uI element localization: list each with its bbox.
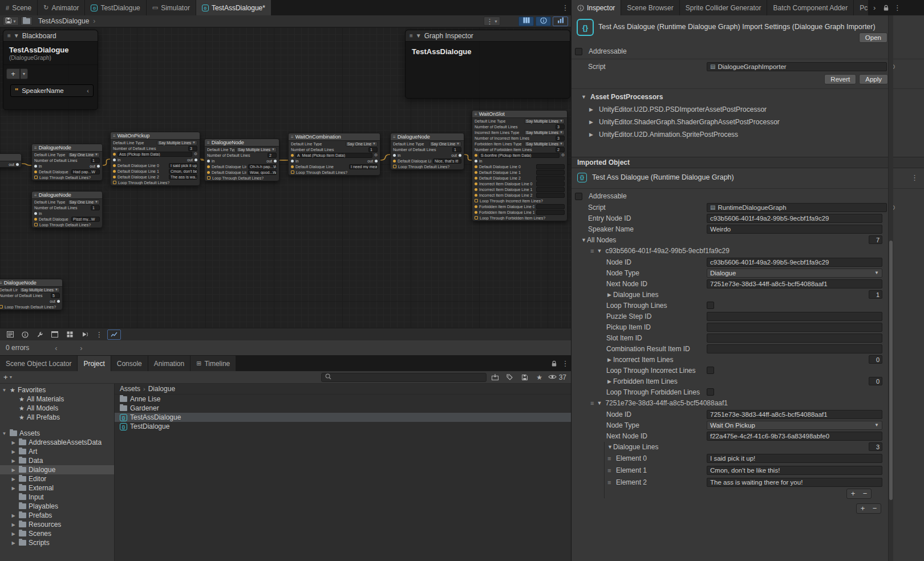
port-icon[interactable] (475, 154, 477, 157)
node-value-field[interactable]: 2 (556, 147, 565, 152)
graph-node-dialoguenode-d4[interactable]: ≡DialogueNodeDefault Line TypeSay One Li… (390, 133, 464, 170)
node-dropdown[interactable]: Say One Line▼ (68, 152, 100, 157)
output-port[interactable] (57, 300, 60, 303)
line-port[interactable] (475, 205, 477, 208)
foldout-arrow-icon[interactable]: ▶ (10, 477, 17, 482)
add-element-button[interactable]: + (847, 489, 859, 498)
node-value-field[interactable]: 2 (268, 153, 277, 158)
input-port[interactable] (207, 160, 210, 162)
drag-handle-icon[interactable]: ≡ (590, 400, 594, 406)
node-line-field[interactable] (536, 204, 565, 209)
graph-inspector-panel[interactable]: ≡ ▼ Graph Inspector TestAssDialogue (405, 30, 570, 99)
lock-icon[interactable] (880, 0, 891, 15)
node-title-bar[interactable]: ≡DialogueNode (391, 133, 464, 141)
drag-handle-icon[interactable]: ≡ (607, 455, 616, 462)
tab-inspector[interactable]: Inspector (572, 0, 621, 15)
graph-toolbar-menu[interactable]: ⋮▼ (484, 17, 500, 26)
add-property-dropdown[interactable]: ▼ (21, 68, 28, 79)
node-object-field[interactable]: S-bonfire (Pickup Item Data) (479, 153, 560, 158)
node-value-field[interactable]: 1 (91, 158, 100, 163)
console-list-button[interactable] (3, 330, 17, 340)
tree-folder-scripts[interactable]: ▶Scripts (0, 538, 114, 547)
property-value-field[interactable]: c93b5606-401f-49a2-99b5-9ecbf1fa9c29 (707, 258, 882, 267)
foldout-arrow-icon[interactable]: ▶ (607, 357, 613, 363)
node-title-bar[interactable]: ≡DialogueNode (0, 279, 62, 287)
node-line-field[interactable] (536, 164, 565, 169)
graph-node-waitoncombination-wc[interactable]: ≡WaitOnCombinationDefault Line TypeSay O… (288, 133, 380, 176)
remove-element-button[interactable]: − (869, 504, 881, 513)
output-port[interactable] (274, 160, 277, 162)
graph-node-waitonslot-ws[interactable]: ≡WaitOnSlotDefault Line TypeSay Multiple… (472, 110, 568, 221)
line-port[interactable] (113, 164, 116, 167)
node-dropdown[interactable]: Say Multiple Lines▼ (236, 147, 277, 152)
line-port[interactable] (291, 165, 294, 168)
input-port[interactable] (113, 158, 116, 161)
foldout-arrow-icon[interactable]: ▶ (10, 522, 17, 527)
save-search-icon[interactable] (518, 372, 531, 383)
node-value-field[interactable]: 1 (91, 205, 100, 210)
lock-icon[interactable] (548, 356, 560, 371)
tabbar-menu-icon[interactable]: ⋮ (560, 0, 571, 15)
line-port[interactable] (207, 171, 210, 174)
apply-button[interactable]: Apply (859, 74, 888, 84)
node-line-field[interactable] (536, 187, 565, 192)
element-value-field[interactable]: I said pick it up! (707, 454, 882, 463)
node-line-field[interactable]: Wow, good...W (248, 170, 277, 175)
line-port[interactable] (113, 170, 116, 173)
line-port[interactable] (475, 177, 477, 180)
file-anne-lise[interactable]: Anne Lise (115, 395, 571, 404)
tabbar-menu-icon[interactable]: ⋮ (560, 356, 571, 371)
node-group-header[interactable]: ≡▼c93b5606-401f-49a2-99b5-9ecbf1fa9c29 (572, 245, 924, 257)
prev-error-button[interactable]: ‹ (51, 344, 61, 352)
remove-element-button[interactable]: − (859, 489, 871, 498)
port-icon[interactable] (113, 153, 116, 156)
foldout-arrow-icon[interactable]: ▶ (10, 486, 17, 491)
foldout-arrow-icon[interactable]: ▶ (10, 449, 17, 454)
property-value-field[interactable] (707, 344, 882, 353)
foldout-row-dialogue-lines[interactable]: ▼Dialogue Lines3 (572, 441, 924, 452)
node-toggle[interactable] (207, 176, 210, 180)
postprocessors-foldout[interactable]: ▼ Asset PostProcessors (572, 91, 924, 103)
element-value-field[interactable]: Cmon, don't be like this! (707, 466, 882, 475)
line-port[interactable] (34, 218, 37, 221)
node-title-bar[interactable]: ≡DialogueNode (32, 144, 102, 152)
tree-folder-scenes[interactable]: ▶Scenes (0, 529, 114, 538)
node-line-field[interactable] (536, 193, 565, 198)
tab-timeline[interactable]: ⊞Timeline (191, 356, 236, 371)
node-value-field[interactable]: 3 (188, 146, 197, 151)
tools-button[interactable] (33, 330, 47, 340)
node-toggle[interactable] (34, 223, 38, 226)
property-value-field[interactable] (707, 323, 882, 332)
tab-animator[interactable]: ↻Animator (38, 0, 85, 15)
tree-favorites-header[interactable]: ▼★Favorites (0, 385, 114, 395)
node-dropdown[interactable]: Say One Line▼ (68, 200, 100, 205)
output-port[interactable] (97, 165, 100, 168)
tree-folder-art[interactable]: ▶Art (0, 447, 114, 456)
object-picker-icon[interactable]: ⊙ (374, 153, 378, 157)
tree-folder-playables[interactable]: Playables (0, 502, 114, 511)
create-asset-button[interactable]: +▼ (3, 373, 13, 381)
tab-batch-component-adder[interactable]: Batch Component Adder (767, 0, 854, 15)
node-object-field[interactable]: A_Meat (Pickup Item Data) (295, 153, 372, 158)
line-port[interactable] (475, 171, 477, 174)
array-size-field[interactable]: 0 (869, 377, 882, 385)
node-dropdown[interactable]: Say One Line▼ (429, 141, 461, 147)
node-line-field[interactable] (536, 170, 565, 175)
array-size-field[interactable]: 3 (869, 442, 882, 451)
add-element-button[interactable]: + (857, 504, 869, 513)
line-port[interactable] (34, 170, 37, 173)
blackboard-toggle[interactable] (553, 17, 568, 26)
line-port[interactable] (475, 188, 477, 191)
grid-button[interactable] (63, 330, 76, 340)
tree-folder-input[interactable]: Input (0, 493, 114, 502)
graph-node-dialoguenode-d1[interactable]: ≡DialogueNodeDefault Line TypeSay One Li… (31, 144, 103, 181)
tab-scroll-chevron-icon[interactable]: › (869, 0, 880, 15)
info-button[interactable] (18, 330, 32, 340)
output-port[interactable] (16, 163, 19, 166)
tree-folder-dialogue[interactable]: ▶Dialogue (0, 465, 114, 474)
output-port[interactable] (375, 160, 378, 162)
graph-inspector-toggle[interactable] (536, 17, 551, 26)
search-by-label-icon[interactable] (504, 372, 516, 383)
file-gardener[interactable]: Gardener (115, 404, 571, 413)
graph-canvas[interactable]: ≡StartNodeCharactersout≡DialogueNodeDefa… (0, 27, 571, 328)
